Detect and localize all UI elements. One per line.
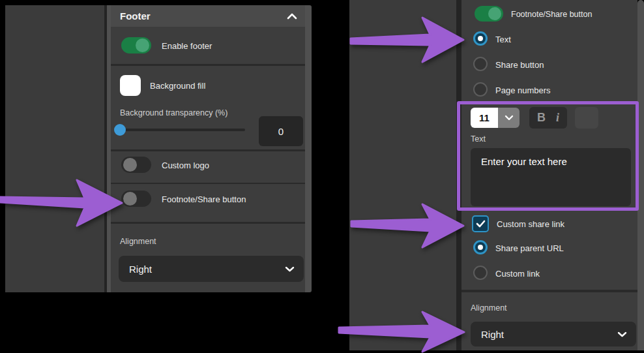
radio-label: Page numbers xyxy=(495,85,551,95)
text-color-button[interactable] xyxy=(575,107,598,129)
footer-settings-panel: Footer Enable footer Background fill Bac… xyxy=(111,5,305,292)
transparency-value-input[interactable]: 0 xyxy=(259,116,303,146)
chevron-down-icon xyxy=(617,331,627,337)
left-panel-scrollbar[interactable] xyxy=(305,5,312,292)
alignment-value-right: Right xyxy=(481,329,504,340)
radio-label: Text xyxy=(495,35,511,44)
divider xyxy=(111,183,305,184)
right-panel-scrollbar[interactable] xyxy=(637,0,644,350)
text-style-group: B i xyxy=(529,107,567,129)
footnote-text-textarea[interactable]: Enter your text here xyxy=(471,148,631,206)
background-fill-label: Background fill xyxy=(150,81,205,91)
enable-footer-label: Enable footer xyxy=(162,41,212,51)
radio-icon xyxy=(473,266,488,280)
alignment-value: Right xyxy=(129,264,152,275)
footnote-share-label: Footnote/Share button xyxy=(162,194,246,204)
toggle-knob xyxy=(123,192,137,206)
toggle-knob xyxy=(136,38,149,52)
transparency-slider-track[interactable] xyxy=(120,129,245,131)
enable-footer-toggle[interactable] xyxy=(121,37,151,54)
footnote-share-toggle-right[interactable] xyxy=(475,6,503,22)
radio-icon xyxy=(473,31,488,46)
alignment-select-right[interactable]: Right xyxy=(471,322,636,346)
font-size-input[interactable]: 11 xyxy=(471,108,498,128)
chevron-down-icon xyxy=(505,115,514,121)
annotated-screenshot: Footer Enable footer Background fill Bac… xyxy=(0,0,644,353)
font-size-dropdown-button[interactable] xyxy=(498,108,520,128)
right-preview-area xyxy=(349,0,456,350)
checkbox-label: Custom share link xyxy=(497,219,564,229)
custom-logo-label: Custom logo xyxy=(162,161,209,170)
text-field-label: Text xyxy=(471,134,486,144)
divider xyxy=(461,290,637,292)
radio-label: Share button xyxy=(495,60,544,70)
footer-section-header[interactable]: Footer xyxy=(111,5,305,27)
italic-button[interactable]: i xyxy=(556,111,559,125)
footnote-share-label-right: Footnote/Share button xyxy=(511,10,592,19)
divider xyxy=(111,222,305,224)
transparency-slider-thumb[interactable] xyxy=(114,124,126,136)
background-fill-color-swatch[interactable] xyxy=(120,75,141,96)
right-separator xyxy=(456,0,461,350)
alignment-select[interactable]: Right xyxy=(119,256,304,282)
alignment-label: Alignment xyxy=(120,237,156,246)
footnote-share-toggle[interactable] xyxy=(121,191,151,207)
custom-logo-toggle[interactable] xyxy=(121,157,151,173)
radio-icon xyxy=(473,82,488,97)
divider xyxy=(111,149,305,151)
radio-label: Share parent URL xyxy=(495,243,564,253)
chevron-up-icon[interactable] xyxy=(287,13,297,20)
toggle-knob xyxy=(123,158,137,172)
alignment-label-right: Alignment xyxy=(471,303,507,313)
chevron-down-icon xyxy=(285,266,295,272)
radio-icon xyxy=(473,57,488,71)
radio-icon xyxy=(473,240,488,254)
footer-section-title: Footer xyxy=(120,10,151,22)
checkbox-checked-icon[interactable] xyxy=(472,215,489,232)
left-preview-area xyxy=(5,5,104,292)
divider xyxy=(111,64,305,66)
background-transparency-label: Background transparency (%) xyxy=(120,108,227,117)
check-icon xyxy=(476,220,486,228)
bold-button[interactable]: B xyxy=(537,111,546,125)
footnote-share-settings-panel: Footnote/Share button Text Share button … xyxy=(461,0,637,350)
radio-label: Custom link xyxy=(495,269,540,279)
toggle-knob xyxy=(488,7,501,20)
